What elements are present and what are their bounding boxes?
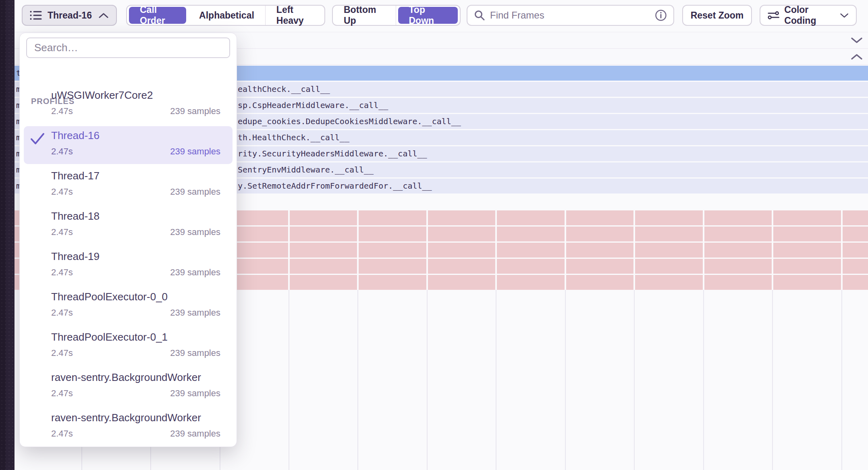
- profiling-flamegraph-app: Thread-16 Call Order Alphabetical Left H…: [0, 0, 868, 470]
- gridline: [357, 290, 358, 470]
- gridline: [357, 210, 359, 290]
- section-collapse-chevron-up-icon[interactable]: [850, 53, 863, 60]
- profile-option[interactable]: Thread-18 2.47s 239 samples: [24, 207, 233, 245]
- sidebar-edge: [0, 0, 6, 470]
- check-icon: [29, 132, 46, 146]
- gridline: [633, 210, 635, 290]
- profile-samples: 239 samples: [170, 267, 220, 278]
- profile-duration: 2.47s: [51, 187, 73, 197]
- profile-duration: 2.47s: [51, 227, 73, 237]
- profile-duration: 2.47s: [51, 146, 73, 157]
- gridline: [841, 290, 842, 470]
- profile-duration: 2.47s: [51, 428, 73, 439]
- frame-label: edupe_cookies.DedupeCookiesMiddleware.__…: [238, 116, 461, 126]
- frame-label: y.SetRemoteAddrFromForwardedFor.__call__: [238, 181, 432, 191]
- profile-duration: 2.47s: [51, 106, 73, 116]
- frame-label: th.HealthCheck.__call__: [238, 133, 349, 142]
- frame-label: sp.CspHeaderMiddleware.__call__: [238, 100, 388, 110]
- chevron-up-icon: [98, 12, 109, 19]
- gridline: [634, 290, 635, 470]
- profile-option[interactable]: ThreadPoolExecutor-0_0 2.47s 239 samples: [24, 287, 233, 325]
- profile-name: ThreadPoolExecutor-0_1: [51, 331, 168, 343]
- profile-name: Thread-16: [51, 129, 100, 142]
- profile-search-input[interactable]: [26, 37, 230, 58]
- frame-label: ealthCheck.__call__: [238, 84, 330, 94]
- profile-duration: 2.47s: [51, 388, 73, 399]
- profile-samples: 239 samples: [170, 308, 220, 318]
- profile-name: raven-sentry.BackgroundWorker: [51, 412, 201, 424]
- gridline: [565, 210, 566, 290]
- gridline: [772, 210, 773, 290]
- frame-label: rity.SecurityHeadersMiddleware.__call__: [238, 149, 427, 158]
- profile-name: Thread-19: [51, 250, 100, 263]
- bottom-up-tab[interactable]: Bottom Up: [333, 6, 396, 25]
- gridline: [495, 210, 497, 290]
- sort-mode-group: Call Order Alphabetical Left Heavy: [126, 5, 325, 26]
- gridline: [703, 290, 704, 470]
- sort-alphabetical-tab[interactable]: Alphabetical: [188, 6, 266, 25]
- profile-samples: 239 samples: [170, 227, 220, 237]
- profile-option[interactable]: Thread-19 2.47s 239 samples: [24, 247, 233, 285]
- reset-zoom-label: Reset Zoom: [691, 10, 744, 21]
- thread-selector-label: Thread-16: [48, 10, 93, 21]
- thread-selector-button[interactable]: Thread-16: [22, 5, 117, 26]
- find-frames-search[interactable]: Find Frames: [467, 5, 674, 26]
- profile-samples: 239 samples: [170, 388, 220, 399]
- profile-duration: 2.47s: [51, 267, 73, 278]
- profile-duration: 2.47s: [51, 348, 73, 358]
- profile-name: ThreadPoolExecutor-0_0: [51, 291, 168, 303]
- section-expand-chevron-down-icon[interactable]: [850, 37, 863, 44]
- sort-left-heavy-tab[interactable]: Left Heavy: [266, 6, 324, 25]
- gridline: [703, 210, 704, 290]
- profile-option[interactable]: Thread-17 2.47s 239 samples: [24, 166, 233, 204]
- gridline: [427, 290, 428, 470]
- gridline: [565, 290, 566, 470]
- list-icon: [30, 10, 42, 21]
- profile-samples: 239 samples: [170, 428, 220, 439]
- gridline: [288, 210, 290, 290]
- gridline: [772, 290, 773, 470]
- color-coding-label: Color Coding: [784, 4, 835, 26]
- profile-option-selected[interactable]: Thread-16 2.47s 239 samples: [24, 126, 233, 164]
- reset-zoom-button[interactable]: Reset Zoom: [682, 5, 752, 26]
- profile-samples: 239 samples: [170, 146, 220, 157]
- color-coding-button[interactable]: Color Coding: [760, 5, 857, 26]
- profile-name: Thread-17: [51, 170, 100, 182]
- profile-dropdown-panel: PROFILES uWSGIWorker7Core2 2.47s 239 sam…: [20, 33, 237, 447]
- profile-name: uWSGIWorker7Core2: [51, 89, 153, 102]
- top-down-tab[interactable]: Top Down: [398, 7, 458, 24]
- profile-name: Thread-18: [51, 210, 100, 223]
- toolbar: Thread-16 Call Order Alphabetical Left H…: [15, 0, 868, 32]
- app-sidebar: [0, 0, 15, 470]
- profile-option[interactable]: uWSGIWorker7Core2 2.47s 239 samples: [24, 86, 233, 124]
- profile-duration: 2.47s: [51, 308, 73, 318]
- profile-samples: 239 samples: [170, 187, 220, 197]
- direction-group: Bottom Up Top Down: [332, 5, 461, 26]
- gridline: [841, 210, 843, 290]
- sliders-icon: [768, 10, 779, 21]
- chevron-down-icon: [840, 12, 849, 19]
- frame-label: SentryEnvMiddleware.__call__: [238, 165, 374, 175]
- info-icon[interactable]: [655, 9, 667, 21]
- profile-samples: 239 samples: [170, 106, 220, 116]
- find-frames-placeholder: Find Frames: [490, 10, 650, 21]
- sort-call-order-tab[interactable]: Call Order: [129, 7, 186, 24]
- profile-option[interactable]: raven-sentry.BackgroundWorker 2.47s 239 …: [24, 368, 233, 406]
- profile-name: raven-sentry.BackgroundWorker: [51, 371, 201, 384]
- profile-option[interactable]: ThreadPoolExecutor-0_1 2.47s 239 samples: [24, 328, 233, 366]
- gridline: [289, 290, 289, 470]
- profile-samples: 239 samples: [170, 348, 220, 358]
- search-icon: [474, 10, 485, 21]
- gridline: [496, 290, 496, 470]
- profile-option[interactable]: raven-sentry.BackgroundWorker 2.47s 239 …: [24, 408, 233, 446]
- gridline: [426, 210, 428, 290]
